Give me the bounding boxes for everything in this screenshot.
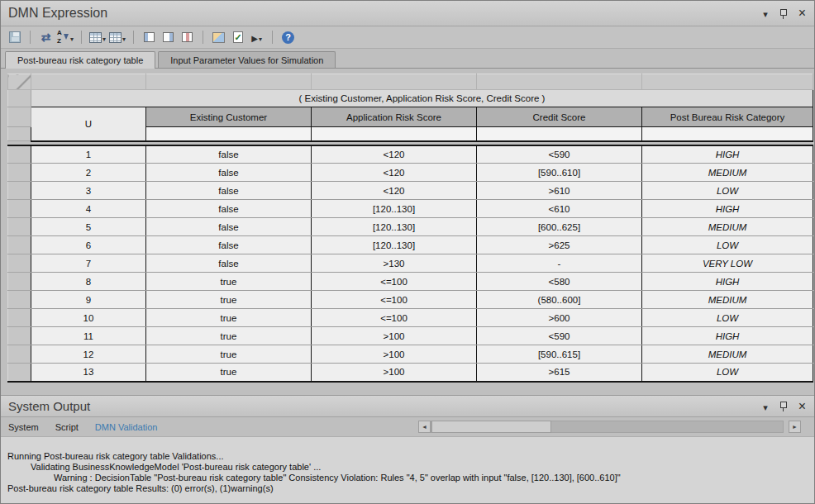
sort-button[interactable] xyxy=(57,29,74,46)
rule-input-cell[interactable]: <610 xyxy=(477,200,642,218)
rule-output-cell[interactable]: HIGH xyxy=(642,145,813,164)
rule-input-cell[interactable]: <=100 xyxy=(312,309,477,327)
rule-number[interactable]: 11 xyxy=(31,327,146,345)
grid-corner-cell[interactable] xyxy=(8,74,31,90)
rule-input-cell[interactable]: >600 xyxy=(477,309,642,327)
rule-input-cell[interactable]: >100 xyxy=(312,364,477,382)
rule-output-cell[interactable]: MEDIUM xyxy=(642,345,813,364)
rule-input-cell[interactable]: >615 xyxy=(477,364,642,382)
tab-system[interactable]: System xyxy=(8,422,39,432)
rule-input-cell[interactable]: false xyxy=(146,182,312,200)
rule-input-cell[interactable]: >100 xyxy=(312,327,477,345)
rule-output-cell[interactable]: LOW xyxy=(642,236,813,254)
rule-input-cell[interactable]: (580..600] xyxy=(477,291,642,309)
rule-output-cell[interactable]: LOW xyxy=(642,309,813,327)
row-gutter[interactable] xyxy=(8,345,31,364)
rule-number[interactable]: 2 xyxy=(31,164,146,182)
rule-input-cell[interactable]: [120..130] xyxy=(312,218,477,236)
rule-output-cell[interactable]: MEDIUM xyxy=(642,164,813,182)
help-button[interactable] xyxy=(280,29,296,46)
rule-input-cell[interactable]: true xyxy=(146,327,312,345)
tab-input-parameter-values[interactable]: Input Parameter Values for Simulation xyxy=(158,51,336,68)
rule-number[interactable]: 5 xyxy=(31,218,146,236)
rule-input-cell[interactable]: <120 xyxy=(312,145,477,164)
allowed-values-cell[interactable] xyxy=(642,127,813,141)
save-button[interactable] xyxy=(7,29,22,46)
column-header-post-bureau-risk-category[interactable]: Post Bureau Risk Category xyxy=(642,107,813,127)
rule-input-cell[interactable]: true xyxy=(146,345,312,364)
close-icon[interactable] xyxy=(798,6,806,21)
rule-input-cell[interactable]: - xyxy=(477,254,642,273)
rule-output-cell[interactable]: HIGH xyxy=(642,273,813,291)
scrollbar-thumb[interactable] xyxy=(431,421,551,433)
row-gutter[interactable] xyxy=(8,182,31,200)
rule-input-cell[interactable]: <120 xyxy=(312,164,477,182)
rule-input-cell[interactable]: false xyxy=(146,254,312,273)
expression-editor-button[interactable] xyxy=(211,29,226,46)
grid-column-header[interactable] xyxy=(146,74,312,90)
panel-menu-icon[interactable] xyxy=(763,399,768,414)
rule-number[interactable]: 4 xyxy=(31,200,146,218)
row-gutter[interactable] xyxy=(8,364,31,382)
row-gutter[interactable] xyxy=(8,90,31,107)
rule-input-cell[interactable]: [120..130] xyxy=(312,236,477,254)
rule-input-cell[interactable]: <590 xyxy=(477,145,642,164)
rule-input-cell[interactable]: false xyxy=(146,200,312,218)
grid-column-header[interactable] xyxy=(312,74,477,90)
scrollbar-track[interactable] xyxy=(431,421,784,433)
rule-input-cell[interactable]: true xyxy=(146,309,312,327)
rule-input-cell[interactable]: true xyxy=(146,273,312,291)
rule-input-cell[interactable]: false xyxy=(146,145,312,164)
grid-column-header[interactable] xyxy=(477,74,642,90)
rule-number[interactable]: 3 xyxy=(31,182,146,200)
column-header-existing-customer[interactable]: Existing Customer xyxy=(146,107,312,127)
row-gutter[interactable] xyxy=(8,164,31,182)
rule-input-cell[interactable]: true xyxy=(146,291,312,309)
rule-output-cell[interactable]: MEDIUM xyxy=(642,291,813,309)
hit-policy-cell[interactable]: U xyxy=(31,107,146,141)
row-gutter[interactable] xyxy=(8,236,31,254)
rule-input-cell[interactable]: >130 xyxy=(312,254,477,273)
delete-rule-button[interactable] xyxy=(179,29,195,46)
row-gutter[interactable] xyxy=(8,254,31,273)
row-gutter[interactable] xyxy=(8,200,31,218)
rule-number[interactable]: 6 xyxy=(31,236,146,254)
rule-input-cell[interactable]: [590..610] xyxy=(477,164,642,182)
rule-number[interactable]: 8 xyxy=(31,273,146,291)
rule-input-cell[interactable]: false xyxy=(146,236,312,254)
rule-input-cell[interactable]: <580 xyxy=(477,273,642,291)
grid-column-header[interactable] xyxy=(642,74,813,90)
row-gutter[interactable] xyxy=(8,145,31,164)
rule-input-cell[interactable]: <120 xyxy=(312,182,477,200)
grid-column-header[interactable] xyxy=(31,74,146,90)
row-gutter[interactable] xyxy=(8,218,31,236)
table-view-button[interactable] xyxy=(109,29,126,46)
panel-menu-icon[interactable] xyxy=(763,6,768,21)
rule-input-cell[interactable]: >100 xyxy=(312,345,477,364)
validate-button[interactable] xyxy=(230,29,245,46)
scroll-right-icon[interactable] xyxy=(789,421,801,433)
rule-output-cell[interactable]: LOW xyxy=(642,364,813,382)
insert-rule-after-button[interactable] xyxy=(160,29,176,46)
pin-icon[interactable] xyxy=(779,401,788,411)
row-gutter[interactable] xyxy=(8,127,31,141)
close-icon[interactable] xyxy=(798,399,806,414)
rule-output-cell[interactable]: LOW xyxy=(642,182,813,200)
rule-output-cell[interactable]: VERY LOW xyxy=(642,254,813,273)
allowed-values-cell[interactable] xyxy=(312,127,477,141)
row-gutter[interactable] xyxy=(8,327,31,345)
insert-rule-before-button[interactable] xyxy=(141,29,157,46)
tab-post-bureau-risk-category-table[interactable]: Post-bureau risk category table xyxy=(5,51,155,69)
rule-input-cell[interactable]: >625 xyxy=(477,236,642,254)
rule-number[interactable]: 7 xyxy=(31,254,146,273)
rule-input-cell[interactable]: <=100 xyxy=(312,291,477,309)
column-header-application-risk-score[interactable]: Application Risk Score xyxy=(312,107,477,127)
rule-output-cell[interactable]: MEDIUM xyxy=(642,218,813,236)
parameters-header[interactable]: ( Existing Customer, Application Risk Sc… xyxy=(31,90,813,107)
rule-input-cell[interactable]: <590 xyxy=(477,327,642,345)
rule-input-cell[interactable]: true xyxy=(146,364,312,382)
row-gutter[interactable] xyxy=(8,309,31,327)
rule-input-cell[interactable]: >610 xyxy=(477,182,642,200)
scroll-left-icon[interactable] xyxy=(418,421,431,433)
rule-number[interactable]: 9 xyxy=(31,291,146,309)
